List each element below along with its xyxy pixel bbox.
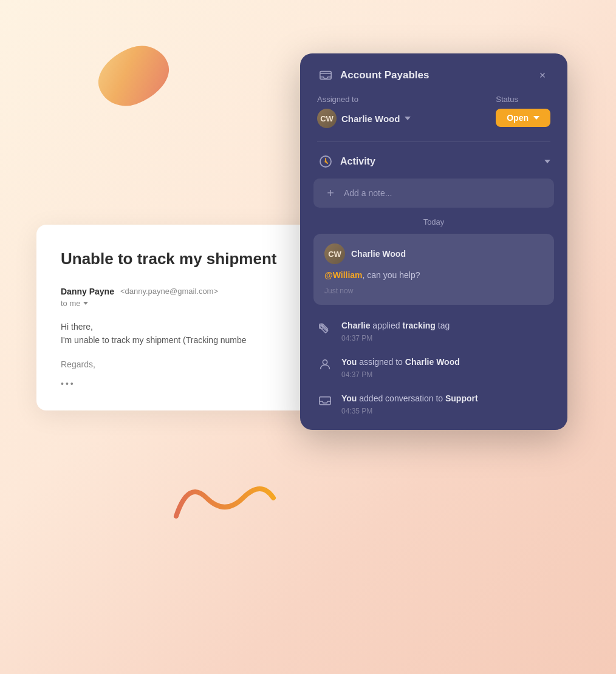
activity-item-content: You assigned to Charlie Wood 04:37 PM [341, 356, 550, 379]
activity-highlight: Charlie Wood [405, 357, 460, 367]
to-me-label: to me [61, 299, 81, 308]
status-value: Open [507, 113, 529, 123]
decorative-squiggle [170, 468, 279, 528]
activity-item-content: Charlie applied tracking tag 04:37 PM [341, 319, 550, 342]
assignee-dropdown[interactable]: CW Charlie Wood [317, 109, 411, 128]
status-label: Status [496, 95, 550, 104]
inbox-activity-icon [317, 393, 333, 409]
comment-header: CW Charlie Wood [324, 243, 543, 264]
activity-item-text: You added conversation to Support [341, 392, 550, 405]
svg-rect-0 [320, 72, 331, 80]
sender-name: Danny Payne [61, 287, 114, 296]
panel-title: Account Payables [340, 69, 429, 81]
sender-email: <danny.payne@gmail.com> [120, 287, 218, 296]
activity-item-text: Charlie applied tracking tag [341, 319, 550, 332]
mention-text: @William [324, 270, 363, 280]
to-me-row: to me [61, 299, 316, 308]
activity-icon [317, 153, 334, 170]
comment-time: Just now [324, 287, 543, 295]
activity-item-time: 04:35 PM [341, 407, 550, 415]
assignee-chevron-icon [405, 117, 411, 120]
status-dropdown[interactable]: Open [496, 109, 550, 127]
email-card: Unable to track my shipment Danny Payne … [36, 225, 340, 410]
person-icon [317, 356, 333, 372]
panel-title-row: Account Payables [317, 67, 429, 84]
email-regards: Regards, [61, 359, 316, 369]
activity-actor: Charlie [341, 321, 370, 330]
activity-item-content: You added conversation to Support 04:35 … [341, 392, 550, 415]
activity-highlight: tracking [402, 321, 435, 330]
activity-highlight: Support [445, 393, 478, 403]
activity-item: Charlie applied tracking tag 04:37 PM [317, 319, 550, 342]
activity-item-time: 04:37 PM [341, 370, 550, 379]
email-body: Hi there, I'm unable to track my shipmen… [61, 320, 316, 347]
sender-row: Danny Payne <danny.payne@gmail.com> [61, 287, 316, 296]
assigned-to-label: Assigned to [317, 95, 411, 104]
close-button[interactable]: × [535, 67, 550, 83]
assignee-name: Charlie Wood [341, 114, 400, 124]
activity-actor: You [341, 393, 357, 403]
activity-actor: You [341, 357, 357, 367]
assignee-avatar: CW [317, 109, 337, 128]
today-label: Today [300, 217, 567, 226]
inbox-icon [317, 67, 334, 84]
comment-avatar: CW [324, 243, 345, 264]
activity-item: You added conversation to Support 04:35 … [317, 392, 550, 415]
email-title: Unable to track my shipment [61, 249, 316, 270]
decorative-seed [90, 38, 177, 114]
add-note-placeholder: Add a note... [344, 188, 392, 198]
chevron-icon [83, 302, 88, 305]
add-note-input[interactable]: + Add a note... [313, 179, 554, 208]
activity-label: Activity [340, 156, 538, 167]
comment-body: , can you help? [363, 270, 420, 280]
panel: Account Payables × Assigned to CW Charli… [300, 53, 567, 430]
activity-chevron-icon [544, 160, 550, 163]
svg-point-2 [324, 160, 327, 163]
status-chevron-icon [533, 116, 539, 120]
comment-text: @William, can you help? [324, 269, 543, 282]
activity-items-list: Charlie applied tracking tag 04:37 PM Yo… [300, 315, 567, 430]
activity-item: You assigned to Charlie Wood 04:37 PM [317, 356, 550, 379]
comment-card: CW Charlie Wood @William, can you help? … [313, 234, 554, 305]
activity-toggle[interactable]: Activity [300, 142, 567, 179]
comment-author: Charlie Wood [351, 249, 406, 259]
activity-action: added conversation to [359, 393, 445, 403]
activity-action: assigned to [359, 357, 405, 367]
tag-icon [317, 320, 333, 336]
email-dots: ••• [61, 379, 316, 389]
svg-point-5 [323, 360, 327, 364]
panel-assigned-row: Assigned to CW Charlie Wood Status Open [300, 95, 567, 141]
plus-icon: + [324, 187, 337, 199]
email-content: I'm unable to track my shipment (Trackin… [61, 333, 316, 347]
svg-rect-6 [320, 397, 330, 405]
activity-suffix: tag [438, 321, 450, 330]
activity-item-text: You assigned to Charlie Wood [341, 356, 550, 369]
panel-header: Account Payables × [300, 53, 567, 95]
email-greeting: Hi there, [61, 320, 316, 333]
activity-action: applied [372, 321, 402, 330]
status-section: Status Open [496, 95, 550, 127]
activity-item-time: 04:37 PM [341, 334, 550, 342]
assigned-section: Assigned to CW Charlie Wood [317, 95, 411, 128]
